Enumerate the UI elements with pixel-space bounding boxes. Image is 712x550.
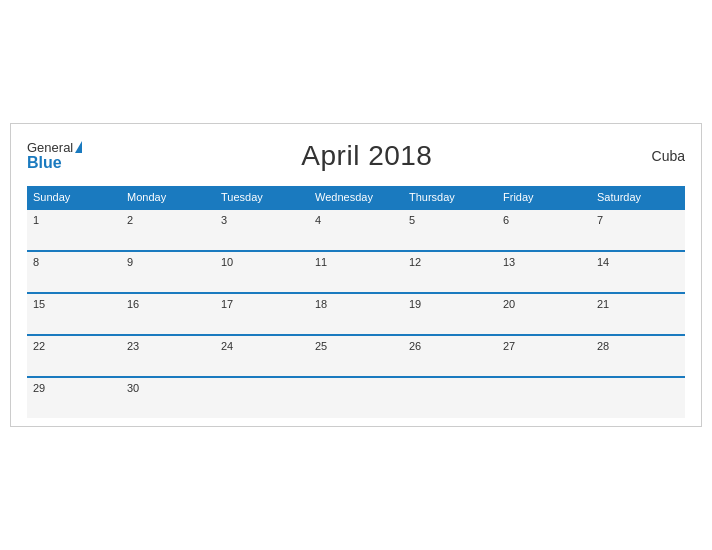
- calendar-cell: 11: [309, 251, 403, 293]
- header-tuesday: Tuesday: [215, 186, 309, 209]
- day-number: 25: [315, 340, 327, 352]
- header-thursday: Thursday: [403, 186, 497, 209]
- calendar-cell: 30: [121, 377, 215, 418]
- calendar-cell: 18: [309, 293, 403, 335]
- calendar-cell: [309, 377, 403, 418]
- calendar-cell: 3: [215, 209, 309, 251]
- calendar-cell: 8: [27, 251, 121, 293]
- calendar-cell: 20: [497, 293, 591, 335]
- calendar-cell: 19: [403, 293, 497, 335]
- calendar-cell: 14: [591, 251, 685, 293]
- day-number: 1: [33, 214, 39, 226]
- calendar-cell: 12: [403, 251, 497, 293]
- calendar-cell: 24: [215, 335, 309, 377]
- day-number: 20: [503, 298, 515, 310]
- calendar-cell: 5: [403, 209, 497, 251]
- calendar-cell: 17: [215, 293, 309, 335]
- logo-general-text: General: [27, 141, 82, 155]
- country-label: Cuba: [652, 148, 685, 164]
- day-number: 17: [221, 298, 233, 310]
- calendar-cell: 6: [497, 209, 591, 251]
- day-number: 19: [409, 298, 421, 310]
- day-number: 16: [127, 298, 139, 310]
- calendar-cell: [591, 377, 685, 418]
- header-monday: Monday: [121, 186, 215, 209]
- week-row-2: 891011121314: [27, 251, 685, 293]
- calendar-cell: 22: [27, 335, 121, 377]
- day-number: 12: [409, 256, 421, 268]
- week-row-5: 2930: [27, 377, 685, 418]
- logo-blue-text: Blue: [27, 155, 82, 171]
- day-number: 30: [127, 382, 139, 394]
- calendar-cell: 27: [497, 335, 591, 377]
- header-wednesday: Wednesday: [309, 186, 403, 209]
- day-number: 26: [409, 340, 421, 352]
- calendar-cell: [497, 377, 591, 418]
- day-number: 23: [127, 340, 139, 352]
- day-number: 13: [503, 256, 515, 268]
- day-number: 5: [409, 214, 415, 226]
- day-number: 4: [315, 214, 321, 226]
- week-row-3: 15161718192021: [27, 293, 685, 335]
- calendar-cell: 13: [497, 251, 591, 293]
- calendar-cell: 2: [121, 209, 215, 251]
- day-number: 10: [221, 256, 233, 268]
- day-number: 18: [315, 298, 327, 310]
- calendar-cell: 7: [591, 209, 685, 251]
- calendar-grid: Sunday Monday Tuesday Wednesday Thursday…: [27, 186, 685, 418]
- calendar-cell: 1: [27, 209, 121, 251]
- day-number: 27: [503, 340, 515, 352]
- header-saturday: Saturday: [591, 186, 685, 209]
- day-number: 29: [33, 382, 45, 394]
- calendar-cell: [215, 377, 309, 418]
- calendar-cell: [403, 377, 497, 418]
- day-number: 22: [33, 340, 45, 352]
- week-row-1: 1234567: [27, 209, 685, 251]
- day-number: 11: [315, 256, 327, 268]
- logo-flag-icon: [75, 141, 82, 153]
- day-number: 14: [597, 256, 609, 268]
- day-number: 3: [221, 214, 227, 226]
- day-number: 28: [597, 340, 609, 352]
- header-friday: Friday: [497, 186, 591, 209]
- day-number: 24: [221, 340, 233, 352]
- day-number: 8: [33, 256, 39, 268]
- day-number: 2: [127, 214, 133, 226]
- calendar-cell: 9: [121, 251, 215, 293]
- calendar-cell: 10: [215, 251, 309, 293]
- day-number: 21: [597, 298, 609, 310]
- calendar-cell: 15: [27, 293, 121, 335]
- calendar-cell: 16: [121, 293, 215, 335]
- calendar-cell: 23: [121, 335, 215, 377]
- calendar-title: April 2018: [301, 140, 432, 172]
- calendar-cell: 21: [591, 293, 685, 335]
- day-number: 15: [33, 298, 45, 310]
- calendar-cell: 4: [309, 209, 403, 251]
- logo: General Blue: [27, 141, 82, 171]
- calendar-cell: 29: [27, 377, 121, 418]
- calendar-header: General Blue April 2018 Cuba: [27, 140, 685, 172]
- calendar-cell: 25: [309, 335, 403, 377]
- day-number: 6: [503, 214, 509, 226]
- calendar-container: General Blue April 2018 Cuba Sunday Mond…: [10, 123, 702, 427]
- calendar-cell: 26: [403, 335, 497, 377]
- week-row-4: 22232425262728: [27, 335, 685, 377]
- calendar-cell: 28: [591, 335, 685, 377]
- day-number: 7: [597, 214, 603, 226]
- days-header-row: Sunday Monday Tuesday Wednesday Thursday…: [27, 186, 685, 209]
- header-sunday: Sunday: [27, 186, 121, 209]
- day-number: 9: [127, 256, 133, 268]
